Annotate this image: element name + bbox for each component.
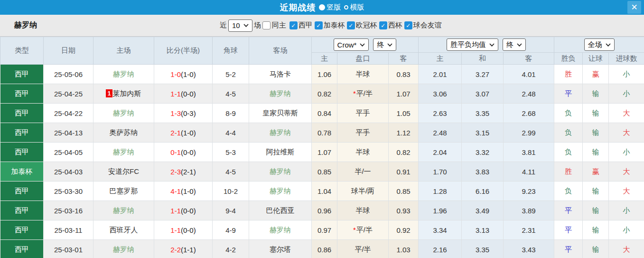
date-cell: 25-03-11 <box>44 220 93 240</box>
avg-lose-cell: 4.01 <box>504 65 554 84</box>
away-team-name: 赫罗纳 <box>270 167 291 175</box>
away-team-cell: 阿拉维斯 <box>249 143 312 162</box>
handicap-result-cell: 输 <box>583 182 609 201</box>
corner-cell: 4-2 <box>213 240 249 258</box>
handicap-text: 球半/两 <box>351 187 374 195</box>
sub-header-odds-home: 主 <box>312 53 337 65</box>
goals-result-cell: 大 <box>609 123 644 143</box>
crow-home-odds-cell: 0.96 <box>312 201 337 220</box>
goals-result-cell: 大 <box>609 104 644 123</box>
type-cell: 西甲 <box>0 182 44 201</box>
same-home-checkbox[interactable] <box>262 21 271 29</box>
scope-select-cell: 全场 <box>554 37 644 53</box>
radio-selected-icon <box>319 4 325 10</box>
crow-away-odds-cell: 0.91 <box>389 162 419 182</box>
score-cell: 1-3(0-3) <box>154 104 213 123</box>
avg-win-cell: 1.28 <box>419 182 462 201</box>
goals-result-cell: 小 <box>609 201 644 220</box>
league-filter-item: ✓西甲 <box>289 21 313 30</box>
layout-horizontal-option[interactable]: 横版 <box>344 3 364 12</box>
avg-time-value: 终 <box>506 40 513 49</box>
halftime-score: (0-3) <box>181 109 196 117</box>
crow-home-odds-cell: 0.86 <box>312 240 337 258</box>
home-team-cell: 西班牙人 <box>93 220 154 240</box>
crow-home-odds-cell: 0.84 <box>312 104 337 123</box>
avg-type-value: 胜平负均值 <box>450 40 486 49</box>
avg-type-select[interactable]: 胜平负均值 <box>447 38 498 51</box>
avg-win-cell: 1.96 <box>419 201 462 220</box>
away-team-cell: 赫罗纳 <box>249 84 312 104</box>
handicap-cell: *平/半 <box>337 84 389 104</box>
halftime-score: (0-0) <box>181 90 196 98</box>
avg-lose-cell: 2.31 <box>504 220 554 240</box>
near-label: 近 <box>220 21 227 30</box>
layout-vertical-option[interactable]: 竖版 <box>319 3 341 12</box>
crow-home-odds-cell: 0.82 <box>312 84 337 104</box>
type-cell: 西甲 <box>0 201 44 220</box>
handicap-result-cell: 输 <box>583 104 609 123</box>
avg-lose-cell: 3.89 <box>504 201 554 220</box>
avg-win-cell: 3.34 <box>419 220 462 240</box>
date-cell: 25-03-01 <box>44 240 93 258</box>
crow-away-odds-cell: 0.92 <box>389 220 419 240</box>
handicap-text: 半球 <box>356 148 370 156</box>
away-team-cell: 马洛卡 <box>249 65 312 84</box>
date-cell: 25-04-25 <box>44 84 93 104</box>
home-team-cell: 赫罗纳 <box>93 65 154 84</box>
avg-time-select[interactable]: 终 <box>503 38 526 51</box>
league-checkbox[interactable]: ✓ <box>289 21 298 29</box>
chevron-down-icon <box>360 43 365 47</box>
close-button[interactable]: ✕ <box>627 1 641 14</box>
goals-result-cell: 小 <box>609 84 644 104</box>
home-team-cell: 赫罗纳 <box>93 143 154 162</box>
changed-odds-star-icon: * <box>353 226 356 234</box>
league-checkbox[interactable]: ✓ <box>379 21 387 29</box>
sub-header-handicap-result: 让球 <box>583 53 609 65</box>
avg-draw-cell: 3.13 <box>462 220 504 240</box>
home-team-cell: 1莱加内斯 <box>93 84 154 104</box>
team-name: 赫罗纳 <box>14 20 37 30</box>
score-cell: 2-1(1-0) <box>154 123 213 143</box>
home-team-cell: 赫罗纳 <box>93 201 154 220</box>
scope-select[interactable]: 全场 <box>584 38 615 51</box>
league-checkbox[interactable]: ✓ <box>404 21 412 29</box>
title-group: 近期战绩 竖版 横版 <box>280 2 364 13</box>
league-filter-item: ✓球会友谊 <box>404 21 442 30</box>
sub-header-result: 胜负 <box>554 53 583 65</box>
handicap-cell: 半球 <box>337 201 389 220</box>
result-cell: 平 <box>554 240 583 258</box>
col-header-away: 客场 <box>249 37 312 65</box>
fulltime-score: 2-3 <box>170 168 181 176</box>
halftime-score: (1-0) <box>181 70 196 78</box>
league-checkbox-label: 西杯 <box>388 21 402 30</box>
away-team-name: 赫罗纳 <box>270 89 291 97</box>
result-cell: 平 <box>554 201 583 220</box>
crow-away-odds-cell: 1.05 <box>389 104 419 123</box>
goals-result-cell: 小 <box>609 143 644 162</box>
goals-result-cell: 大 <box>609 240 644 258</box>
odds-time-select[interactable]: 终 <box>373 38 396 51</box>
type-cell: 西甲 <box>0 123 44 143</box>
layout-vertical-label: 竖版 <box>327 3 341 12</box>
corner-cell: 10-2 <box>213 182 249 201</box>
away-team-cell: 皇家贝蒂斯 <box>249 104 312 123</box>
home-team-name: 赫罗纳 <box>113 245 134 253</box>
home-team-name: 莱加内斯 <box>113 89 141 97</box>
result-cell: 负 <box>554 143 583 162</box>
league-filter-item: ✓西杯 <box>379 21 402 30</box>
table-row: 西甲25-03-16赫罗纳1-1(0-0)9-4巴伦西亚0.96半球0.931.… <box>0 201 644 220</box>
corner-cell: 4-5 <box>213 84 249 104</box>
result-cell: 胜 <box>554 65 583 84</box>
score-cell: 1-0(1-0) <box>154 65 213 84</box>
away-team-name: 阿拉维斯 <box>266 148 295 156</box>
avg-win-cell: 2.48 <box>419 123 462 143</box>
avg-win-cell: 2.63 <box>419 104 462 123</box>
filters-group: 近 10 场 同主 ✓西甲✓加泰杯✓欧冠杯✓西杯✓球会友谊 <box>220 15 443 36</box>
halftime-score: (0-0) <box>181 148 196 156</box>
league-checkbox[interactable]: ✓ <box>315 21 323 29</box>
league-checkbox[interactable]: ✓ <box>347 21 355 29</box>
date-cell: 25-05-06 <box>44 65 93 84</box>
odds-company-select[interactable]: Crow* <box>334 38 369 51</box>
recent-count-select[interactable]: 10 <box>228 19 252 32</box>
sub-header-avg-win: 主 <box>419 53 462 65</box>
